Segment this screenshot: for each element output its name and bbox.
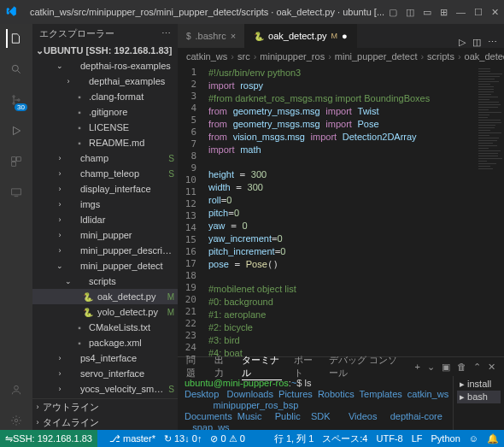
file-item[interactable]: ▪.clang-format bbox=[32, 89, 178, 104]
sidebar-title: エクスプローラー bbox=[39, 27, 114, 40]
folder-item[interactable]: ›champS bbox=[32, 150, 178, 166]
problems-count[interactable]: ⊘ 0 ⚠ 0 bbox=[210, 433, 244, 444]
maximize-icon[interactable]: ☐ bbox=[474, 7, 483, 18]
file-item[interactable]: ▪.gitignore bbox=[32, 104, 178, 120]
terminal-split-icon[interactable]: ⌄ bbox=[427, 362, 435, 373]
svg-point-9 bbox=[15, 419, 18, 422]
file-item[interactable]: ▪CMakeLists.txt bbox=[32, 320, 178, 335]
dirty-icon: ● bbox=[342, 31, 348, 41]
encoding[interactable]: UTF-8 bbox=[377, 433, 403, 444]
file-item[interactable]: ▪package.xml bbox=[32, 335, 178, 350]
sidebar-more-icon[interactable]: ⋯ bbox=[161, 28, 171, 39]
folder-item[interactable]: ›yocs_velocity_smootherS bbox=[32, 381, 178, 397]
source-control-icon[interactable]: 30 bbox=[7, 91, 26, 109]
folder-item[interactable]: ⌄mini_pupper_detect bbox=[32, 258, 178, 273]
panel-tabs: 問題出力ターミナルポートデバッグ コンソール+⌄▣🗑⌃✕ bbox=[178, 357, 504, 376]
folder-item[interactable]: ›ps4_interface bbox=[32, 350, 178, 366]
file-icon: 🐍 bbox=[254, 32, 264, 41]
breadcrumb-item[interactable]: src bbox=[237, 51, 250, 62]
breadcrumb-item[interactable]: oak_detect.py bbox=[465, 51, 504, 62]
activity-bar: 30 bbox=[0, 24, 32, 430]
close-tab-icon[interactable]: × bbox=[231, 31, 236, 41]
file-icon: ▪ bbox=[73, 108, 85, 117]
layout-panel-icon[interactable]: ▭ bbox=[423, 7, 431, 18]
file-item[interactable]: ▪LICENSE bbox=[32, 120, 178, 135]
customize-layout-icon[interactable]: ⊞ bbox=[440, 7, 448, 18]
breadcrumb[interactable]: catkin_ws›src›minipupper_ros›mini_pupper… bbox=[178, 48, 504, 65]
extensions-icon[interactable] bbox=[7, 152, 26, 171]
folder-item[interactable]: ›depthai_examples bbox=[32, 74, 178, 89]
eol[interactable]: LF bbox=[412, 433, 423, 444]
breadcrumb-item[interactable]: scripts bbox=[427, 51, 454, 62]
window-title: catkin_ws/src/minipupper_ros/mini_pupper… bbox=[26, 7, 389, 17]
explorer-icon[interactable] bbox=[6, 29, 25, 48]
remote-indicator[interactable]: ⇋ SSH: 192.168.1.83 bbox=[0, 430, 97, 447]
file-icon: ▪ bbox=[73, 138, 85, 148]
kill-terminal-icon[interactable]: 🗑 bbox=[457, 362, 466, 372]
git-branch[interactable]: ⎇ master* bbox=[109, 433, 155, 444]
code-editor[interactable]: #!/usr/bin/env python3 import rospy #fro… bbox=[202, 65, 477, 356]
file-icon: 🐍 bbox=[82, 308, 94, 317]
sidebar: エクスプローラー ⋯ ⌄UBUNTU [SSH: 192.168.1.83] ⌄… bbox=[32, 24, 178, 430]
file-item[interactable]: 🐍yolo_detect.pyM bbox=[32, 304, 178, 320]
new-terminal-icon[interactable]: + bbox=[415, 362, 420, 372]
folder-item[interactable]: ›display_interface bbox=[32, 181, 178, 197]
indent-setting[interactable]: スペース:4 bbox=[322, 432, 367, 445]
folder-item[interactable]: ›imgs bbox=[32, 197, 178, 212]
split-icon[interactable]: ◫ bbox=[472, 37, 481, 48]
folder-item[interactable]: ›mini_pupper_description bbox=[32, 243, 178, 258]
language-mode[interactable]: Python bbox=[431, 433, 460, 444]
file-tree[interactable]: ⌄depthai-ros-examples›depthai_examples▪.… bbox=[32, 58, 178, 398]
file-item[interactable]: ▪README.md bbox=[32, 135, 178, 150]
svg-point-8 bbox=[15, 385, 19, 390]
folder-item[interactable]: ›mini_pupper bbox=[32, 227, 178, 243]
outline-section[interactable]: ›アウトライン bbox=[32, 399, 178, 415]
file-icon: ▪ bbox=[73, 323, 85, 332]
editor-tab[interactable]: $.bashrc× bbox=[178, 24, 245, 48]
terminal-session[interactable]: ▸ install bbox=[457, 378, 501, 391]
breadcrumb-item[interactable]: mini_pupper_detect bbox=[335, 51, 418, 62]
run-icon[interactable]: ▷ bbox=[459, 37, 466, 48]
titlebar: catkin_ws/src/minipupper_ros/mini_pupper… bbox=[0, 0, 504, 24]
close-icon[interactable]: ✕ bbox=[491, 7, 499, 18]
account-icon[interactable] bbox=[7, 380, 26, 399]
folder-item[interactable]: ›servo_interface bbox=[32, 366, 178, 381]
file-icon: ▪ bbox=[73, 123, 85, 132]
more-icon[interactable]: ⋯ bbox=[488, 37, 497, 48]
workspace-root[interactable]: ⌄UBUNTU [SSH: 192.168.1.83] bbox=[32, 43, 178, 58]
line-gutter: 1234567891011121314151617181920212223242… bbox=[178, 65, 202, 356]
minimize-icon[interactable]: — bbox=[456, 7, 466, 17]
svg-rect-6 bbox=[12, 162, 16, 167]
gear-icon[interactable] bbox=[7, 411, 26, 430]
bell-icon[interactable]: 🔔 bbox=[487, 433, 499, 444]
remote-explorer-icon[interactable] bbox=[7, 183, 26, 202]
file-icon: $ bbox=[186, 32, 191, 41]
close-panel-icon[interactable]: ✕ bbox=[488, 362, 495, 373]
breadcrumb-item[interactable]: minipupper_ros bbox=[260, 51, 325, 62]
svg-point-1 bbox=[13, 96, 15, 97]
terminal[interactable]: ubuntu@mini-pupper-ros:~$ ls Desktop Dow… bbox=[178, 376, 453, 430]
timeline-section[interactable]: ›タイムライン bbox=[32, 415, 178, 430]
file-icon: 🐍 bbox=[82, 292, 94, 302]
folder-item[interactable]: ⌄scripts bbox=[32, 273, 178, 289]
file-item[interactable]: 🐍oak_detect.pyM bbox=[32, 289, 178, 304]
maximize-panel-icon[interactable]: ▣ bbox=[442, 362, 450, 373]
folder-item[interactable]: ›champ_teleopS bbox=[32, 166, 178, 181]
status-bar: ⇋ SSH: 192.168.1.83 ⎇ master* ↻ 13↓ 0↑ ⊘… bbox=[0, 430, 504, 447]
split-editor-icon[interactable]: ◫ bbox=[406, 7, 414, 18]
folder-item[interactable]: ⌄depthai-ros-examples bbox=[32, 58, 178, 74]
editor-tab[interactable]: 🐍oak_detect.pyM● bbox=[245, 24, 357, 48]
layout-toggle-icon[interactable]: ▢ bbox=[389, 7, 397, 18]
search-icon[interactable] bbox=[7, 60, 26, 79]
git-sync[interactable]: ↻ 13↓ 0↑ bbox=[164, 433, 202, 444]
minimap[interactable] bbox=[477, 65, 504, 356]
folder-item[interactable]: ›ldlidar bbox=[32, 212, 178, 227]
terminal-session[interactable]: ▸ bash bbox=[457, 391, 501, 403]
chevron-up-icon[interactable]: ⌃ bbox=[473, 362, 481, 373]
feedback-icon[interactable]: ☺ bbox=[469, 433, 478, 444]
breadcrumb-item[interactable]: catkin_ws bbox=[186, 51, 227, 62]
run-debug-icon[interactable] bbox=[7, 121, 26, 140]
file-icon: ▪ bbox=[73, 338, 85, 348]
editor-tabs: $.bashrc×🐍oak_detect.pyM●▷◫⋯ bbox=[178, 24, 504, 48]
cursor-position[interactable]: 行 1, 列 1 bbox=[274, 432, 314, 445]
